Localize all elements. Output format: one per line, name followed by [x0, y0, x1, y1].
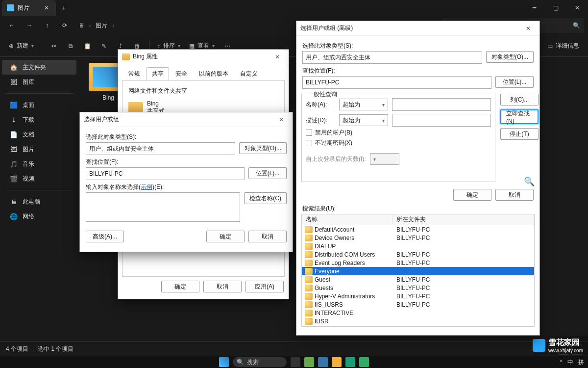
new-button[interactable]: ⊕新建▾	[5, 39, 38, 53]
details-pane-button[interactable]: ▭详细信息	[543, 39, 583, 53]
watermark-logo-icon	[533, 339, 545, 352]
sidebar-item-documents[interactable]: 📄文档	[2, 127, 76, 142]
result-row[interactable]: GuestBILLYFU-PC	[302, 275, 534, 284]
object-types-button[interactable]: 对象类型(O)...	[486, 51, 534, 63]
ime-indicator-2[interactable]: 拼	[578, 358, 584, 367]
chevron-right-icon: ›	[112, 23, 114, 28]
tab-security[interactable]: 安全	[170, 67, 193, 80]
new-tab-button[interactable]: ＋	[56, 0, 71, 15]
non-expiring-pwd-checkbox[interactable]: 不过期密码(X)	[306, 139, 491, 147]
sidebar-item-home[interactable]: 🏠主文件夹	[2, 60, 76, 75]
system-tray[interactable]: ^ 中 拼	[560, 358, 584, 367]
share-item-name: Bing	[147, 100, 165, 107]
property-tabs: 常规 共享 安全 以前的版本 自定义	[118, 64, 289, 80]
refresh-button[interactable]: ⟳	[57, 18, 73, 33]
sidebar-item-network[interactable]: 🌐网络	[2, 209, 76, 224]
dialog-titlebar[interactable]: 选择用户或组 (高级) ✕	[296, 21, 539, 36]
maximize-button[interactable]: ▢	[545, 0, 566, 16]
minimize-button[interactable]: ━	[523, 0, 545, 16]
result-row[interactable]: Device OwnersBILLYFU-PC	[302, 234, 534, 242]
name-filter-combo[interactable]: 起始为	[339, 99, 388, 110]
result-row[interactable]: DefaultAccountBILLYFU-PC	[302, 225, 534, 234]
sidebar-item-desktop[interactable]: 🟦桌面	[2, 98, 76, 112]
sidebar-item-pictures[interactable]: 🖼图片	[2, 142, 76, 157]
stop-button[interactable]: 停止(T)	[500, 128, 539, 140]
result-row[interactable]: Everyone	[302, 267, 534, 275]
edge-icon[interactable]	[345, 357, 355, 367]
gallery-icon: 🖼	[10, 78, 18, 86]
cut-button[interactable]: ✂	[46, 39, 62, 53]
taskbar-search[interactable]: 🔍搜索	[233, 357, 287, 367]
start-button[interactable]	[219, 357, 229, 367]
search-results-list[interactable]: 名称 所在文件夹 DefaultAccountBILLYFU-PCDevice …	[301, 214, 535, 327]
sidebar-item-videos[interactable]: 🎬视频	[2, 171, 76, 186]
ok-button[interactable]: 确定	[206, 231, 245, 242]
up-button[interactable]: ↑	[39, 18, 55, 33]
result-row[interactable]: Distributed COM UsersBILLYFU-PC	[302, 250, 534, 259]
check-names-button[interactable]: 检查名称(C)	[244, 192, 287, 204]
result-row[interactable]: IUSR	[302, 317, 534, 325]
store-icon[interactable]	[359, 357, 369, 367]
ime-indicator-1[interactable]: 中	[567, 358, 573, 367]
disabled-accounts-checkbox[interactable]: 禁用的帐户(B)	[306, 129, 491, 137]
close-icon[interactable]: ✕	[274, 113, 289, 127]
sidebar-item-downloads[interactable]: ⭳下载	[2, 112, 76, 127]
cancel-button[interactable]: 取消	[495, 189, 534, 201]
desc-filter-combo[interactable]: 起始为	[339, 114, 388, 126]
ok-button[interactable]: 确定	[161, 281, 199, 292]
col-folder-header[interactable]: 所在文件夹	[392, 215, 534, 224]
result-row[interactable]: Hyper-V AdministratorsBILLYFU-PC	[302, 292, 534, 300]
tray-chevron-icon[interactable]: ^	[560, 359, 563, 366]
close-icon[interactable]: ✕	[521, 22, 536, 35]
taskview-icon[interactable]	[291, 357, 300, 367]
result-row[interactable]: Event Log ReadersBILLYFU-PC	[302, 259, 534, 267]
forward-button[interactable]: →	[22, 18, 37, 33]
dialog-titlebar[interactable]: Bing 属性 ✕	[118, 50, 289, 64]
breadcrumb[interactable]: 🖥 › 图片 ›	[74, 18, 118, 33]
cancel-button[interactable]: 取消	[203, 281, 242, 292]
tab-general[interactable]: 常规	[123, 67, 146, 80]
close-tab-icon[interactable]: ✕	[42, 3, 51, 12]
result-row[interactable]: GuestsBILLYFU-PC	[302, 284, 534, 292]
close-window-button[interactable]: ✕	[566, 0, 588, 16]
locations-button[interactable]: 位置(L)...	[495, 76, 534, 88]
tab-custom[interactable]: 自定义	[235, 67, 263, 80]
sidebar-item-gallery[interactable]: 🖼图库	[2, 75, 76, 89]
tab-pictures[interactable]: 图片 ✕	[2, 0, 56, 16]
find-now-button[interactable]: 立即查找(N)	[500, 109, 539, 124]
example-link[interactable]: 示例	[141, 184, 152, 190]
monitor-icon: 🖥	[78, 22, 84, 29]
results-label: 搜索结果(U):	[296, 203, 539, 214]
col-name-header[interactable]: 名称	[302, 215, 392, 224]
object-name-input[interactable]	[86, 192, 240, 222]
tab-previous[interactable]: 以前的版本	[194, 67, 234, 80]
result-row[interactable]: INTERACTIVE	[302, 309, 534, 317]
days-combo	[370, 153, 399, 165]
apply-button[interactable]: 应用(A)	[245, 281, 284, 292]
paste-button[interactable]: 📋	[79, 39, 95, 53]
cancel-button[interactable]: 取消	[248, 231, 287, 242]
advanced-button[interactable]: 高级(A)...	[86, 231, 124, 242]
rename-button[interactable]: ✎	[96, 39, 112, 53]
result-row[interactable]: IIS_IUSRSBILLYFU-PC	[302, 300, 534, 309]
explorer-icon[interactable]	[332, 357, 342, 367]
close-icon[interactable]: ✕	[270, 50, 285, 64]
desc-filter-input[interactable]	[392, 114, 491, 127]
ok-button[interactable]: 确定	[453, 189, 491, 201]
tab-share[interactable]: 共享	[147, 67, 169, 80]
object-types-button[interactable]: 对象类型(O)...	[239, 142, 287, 154]
back-button[interactable]: ←	[4, 18, 20, 33]
sidebar-item-thispc[interactable]: 🖥此电脑	[2, 194, 76, 209]
name-filter-input[interactable]	[392, 98, 491, 111]
dialog-titlebar[interactable]: 选择用户或组 ✕	[80, 112, 293, 127]
app-icon-2[interactable]	[318, 357, 328, 367]
copy-button[interactable]: ⧉	[63, 39, 78, 53]
desc-filter-label: 描述(D):	[306, 116, 335, 125]
breadcrumb-seg[interactable]: 图片	[96, 22, 107, 30]
result-row[interactable]: DIALUP	[302, 242, 534, 250]
object-name-label: 输入对象名称来选择(示例)(E):	[86, 183, 287, 191]
app-icon-1[interactable]	[304, 357, 314, 367]
sidebar-item-music[interactable]: 🎵音乐	[2, 157, 76, 171]
locations-button[interactable]: 位置(L)...	[248, 167, 287, 179]
columns-button[interactable]: 列(C)...	[500, 94, 539, 105]
